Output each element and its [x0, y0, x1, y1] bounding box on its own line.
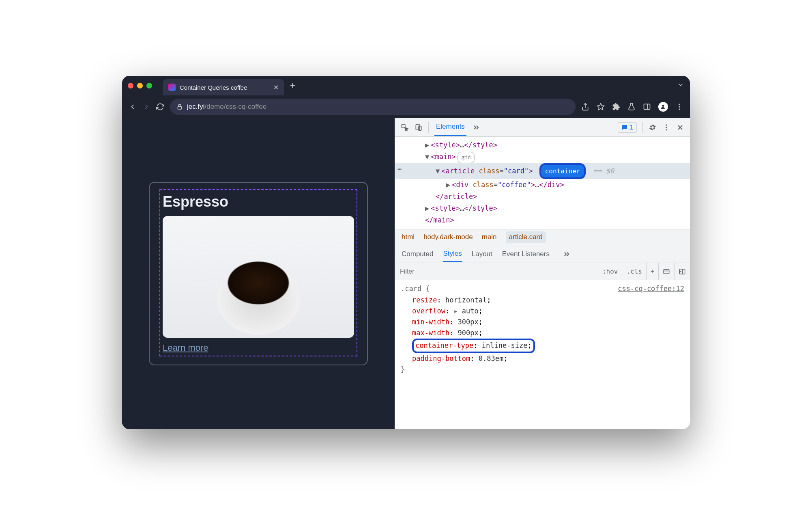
chat-icon — [621, 124, 628, 131]
crumb-body[interactable]: body.dark-mode — [423, 233, 473, 241]
more-actions-icon[interactable]: ⋯ — [397, 163, 402, 175]
svg-rect-0 — [178, 106, 181, 109]
tab-layout[interactable]: Layout — [472, 250, 492, 258]
devtools-panel: Elements 1 ▶<style>…</style> ▼<main>grid… — [395, 118, 690, 429]
share-icon[interactable] — [581, 103, 589, 111]
decl-overflow[interactable]: overflow: ▸ auto; — [401, 306, 684, 317]
dom-node-main-close[interactable]: </main> — [395, 214, 690, 226]
toolbar-divider — [428, 122, 429, 133]
container-badge[interactable]: container — [539, 163, 586, 179]
content-area: Espresso Learn more Elements 1 — [122, 118, 690, 429]
browser-tab[interactable]: Container Queries coffee ✕ — [163, 79, 284, 95]
decl-padding-bottom[interactable]: padding-bottom: 0.83em; — [401, 353, 684, 364]
svg-point-14 — [666, 127, 667, 128]
more-subtabs-icon[interactable] — [563, 250, 571, 258]
side-panel-icon[interactable] — [643, 103, 651, 111]
close-window-button[interactable] — [128, 83, 133, 88]
svg-rect-11 — [416, 124, 419, 129]
minimize-window-button[interactable] — [137, 83, 143, 88]
card-inner-overlay: Espresso Learn more — [159, 189, 357, 356]
tab-styles[interactable]: Styles — [443, 250, 462, 262]
close-tab-button[interactable]: ✕ — [273, 84, 279, 91]
tab-event-listeners[interactable]: Event Listeners — [502, 250, 550, 258]
titlebar: Container Queries coffee ✕ + — [122, 76, 690, 95]
dom-node-article-close[interactable]: </article> — [395, 191, 690, 203]
svg-marker-2 — [597, 104, 604, 110]
dom-breadcrumbs[interactable]: html body.dark-mode main article.card — [395, 229, 690, 245]
dom-node-main[interactable]: ▼<main>grid — [395, 151, 690, 163]
new-tab-button[interactable]: + — [290, 80, 295, 91]
dom-node-article[interactable]: ⋯ ▼<article class="card"> container == $… — [395, 163, 690, 179]
tab-title: Container Queries coffee — [180, 84, 269, 91]
page-viewport: Espresso Learn more — [122, 118, 395, 429]
decl-min-width[interactable]: min-width: 300px; — [401, 317, 684, 328]
styles-subtabs: Computed Styles Layout Event Listeners — [395, 245, 690, 263]
svg-point-13 — [666, 124, 667, 125]
decl-resize[interactable]: resize: horizontal; — [401, 295, 684, 306]
card-title: Espresso — [163, 193, 354, 210]
profile-avatar[interactable] — [658, 102, 668, 112]
decl-container-type[interactable]: container-type: inline-size; — [401, 339, 684, 353]
crumb-main[interactable]: main — [482, 233, 497, 241]
styles-filter-bar: :hov .cls + — [395, 263, 690, 280]
decl-max-width[interactable]: max-width: 900px; — [401, 328, 684, 339]
svg-point-6 — [662, 105, 664, 107]
dom-tree[interactable]: ▶<style>…</style> ▼<main>grid ⋯ ▼<articl… — [395, 137, 690, 229]
settings-icon[interactable] — [649, 123, 657, 132]
url-domain: jec.fyi — [187, 103, 204, 110]
svg-point-8 — [679, 106, 680, 107]
browser-window: Container Queries coffee ✕ + jec.fyi/dem… — [122, 76, 690, 429]
toolbar-divider — [642, 122, 643, 133]
close-devtools-button[interactable] — [676, 123, 684, 132]
crumb-article[interactable]: article.card — [506, 231, 546, 243]
issues-count: 1 — [629, 123, 633, 132]
tab-computed[interactable]: Computed — [402, 250, 433, 258]
dom-node-style2[interactable]: ▶<style>…</style> — [395, 203, 690, 214]
address-bar: jec.fyi/demo/css-cq-coffee — [122, 95, 690, 118]
forward-button[interactable] — [142, 103, 150, 111]
dom-node-style[interactable]: ▶<style>…</style> — [395, 139, 690, 151]
device-toggle-icon[interactable] — [415, 123, 423, 132]
bookmark-icon[interactable] — [597, 103, 605, 111]
issues-badge[interactable]: 1 — [618, 122, 637, 133]
styles-filter-input[interactable] — [395, 263, 598, 280]
cls-toggle[interactable]: .cls — [622, 263, 646, 280]
svg-point-7 — [679, 104, 680, 105]
grid-badge[interactable]: grid — [458, 152, 475, 163]
kebab-icon[interactable] — [662, 123, 670, 132]
dom-node-div[interactable]: ▶<div class="coffee">…</div> — [395, 179, 690, 191]
svg-point-15 — [666, 129, 667, 130]
lock-icon — [176, 104, 183, 110]
computed-icon[interactable] — [658, 263, 674, 280]
more-panels-icon[interactable] — [472, 123, 480, 132]
rule-source[interactable]: css-cq-coffee:12 — [618, 283, 684, 294]
maximize-window-button[interactable] — [146, 83, 152, 88]
tab-elements[interactable]: Elements — [434, 119, 466, 136]
toolbar-right — [581, 102, 683, 112]
favicon-icon — [168, 84, 176, 91]
css-rules[interactable]: .card {css-cq-coffee:12 resize: horizont… — [395, 280, 690, 429]
new-style-button[interactable]: + — [646, 263, 658, 280]
svg-point-9 — [679, 108, 680, 110]
back-button[interactable] — [129, 103, 137, 111]
hov-toggle[interactable]: :hov — [598, 263, 622, 280]
tab-overflow-button[interactable] — [677, 81, 684, 90]
rule-selector[interactable]: .card { — [401, 285, 430, 293]
inspect-icon[interactable] — [401, 123, 409, 132]
devtools-toolbar: Elements 1 — [395, 118, 690, 137]
coffee-card[interactable]: Espresso Learn more — [149, 182, 368, 365]
extensions-icon[interactable] — [612, 103, 620, 111]
menu-button[interactable] — [675, 103, 683, 111]
reload-button[interactable] — [156, 103, 164, 111]
coffee-image — [163, 216, 354, 338]
labs-icon[interactable] — [627, 103, 636, 111]
svg-rect-18 — [664, 270, 669, 274]
console-ref: == $0 — [593, 167, 614, 175]
url-path: /demo/css-cq-coffee — [204, 103, 266, 110]
crumb-html[interactable]: html — [402, 233, 415, 241]
rule-close: } — [401, 365, 405, 373]
window-controls — [128, 83, 152, 88]
sidebar-toggle-icon[interactable] — [674, 263, 690, 280]
url-input[interactable]: jec.fyi/demo/css-cq-coffee — [170, 99, 576, 115]
learn-more-link[interactable]: Learn more — [163, 343, 208, 353]
